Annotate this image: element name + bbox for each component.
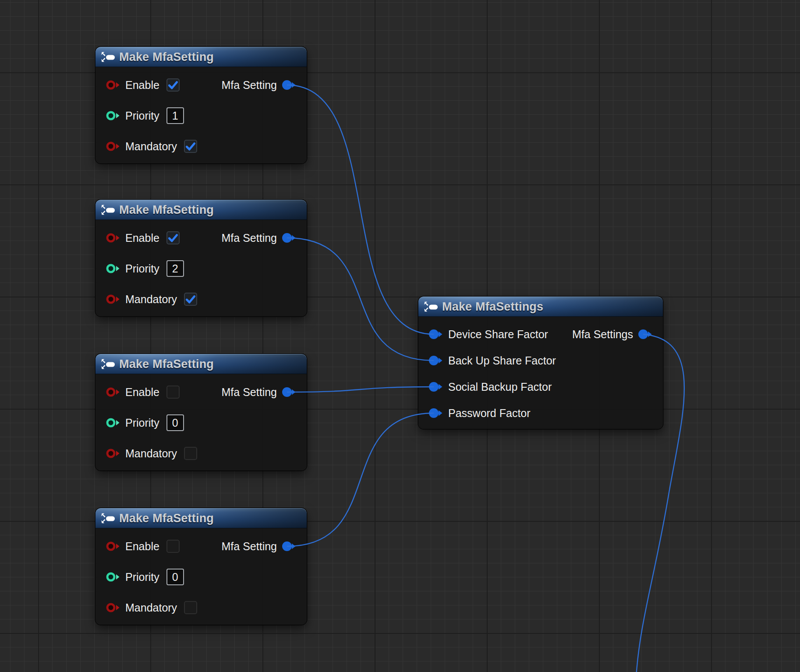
make-mfasettings-node[interactable]: Make MfaSettings Device Share Factor Mfa…	[418, 297, 663, 429]
wire-node4-to-password-factor[interactable]	[287, 413, 434, 546]
pin-label: Password Factor	[448, 407, 531, 420]
node-title: Make MfaSetting	[119, 50, 214, 64]
pin-row: Mandatory	[96, 284, 307, 315]
priority-number-field[interactable]: 0	[166, 414, 184, 431]
make-struct-icon	[101, 513, 116, 524]
node-header[interactable]: Make MfaSetting	[96, 200, 307, 220]
pin-row: Social Backup Factor	[418, 374, 663, 400]
enable-checkbox[interactable]	[166, 231, 180, 244]
pin-row: Enable Mfa Setting	[96, 70, 307, 100]
pin-label: Mfa Setting	[222, 540, 277, 553]
pin-label: Mfa Settings	[572, 328, 633, 341]
pin-row: Enable Mfa Setting	[96, 531, 307, 562]
make-struct-icon	[101, 51, 116, 63]
pin-label: Social Backup Factor	[448, 381, 552, 393]
make-mfasetting-node-2[interactable]: Make MfaSetting Enable Mfa Setting Prior…	[96, 200, 307, 316]
pin-label: Priority	[125, 262, 159, 275]
pin-label: Mfa Setting	[222, 232, 277, 244]
bool-pin-enable[interactable]	[106, 387, 120, 397]
enable-checkbox[interactable]	[166, 540, 180, 553]
pin-row: Priority 2	[96, 253, 307, 284]
bool-pin-mandatory[interactable]	[106, 448, 120, 459]
pin-row: Back Up Share Factor	[418, 347, 663, 374]
mandatory-checkbox[interactable]	[184, 140, 197, 153]
int-pin-priority[interactable]	[106, 572, 120, 582]
node-title: Make MfaSettings	[442, 300, 543, 314]
pin-label: Mandatory	[125, 140, 177, 153]
wire-node2-to-back-up-share-factor[interactable]	[287, 238, 434, 361]
priority-number-field[interactable]: 2	[166, 260, 184, 277]
pin-row: Priority 1	[96, 100, 307, 131]
pin-label: Enable	[125, 386, 159, 399]
node-title: Make MfaSetting	[119, 357, 214, 371]
bool-pin-mandatory[interactable]	[106, 602, 120, 613]
pin-label: Mandatory	[125, 601, 177, 614]
pin-row: Enable Mfa Setting	[96, 377, 307, 407]
pin-label: Enable	[125, 232, 159, 244]
make-struct-icon	[101, 204, 116, 216]
enable-checkbox[interactable]	[166, 386, 180, 399]
pin-label: Mfa Setting	[222, 79, 277, 92]
node-title: Make MfaSetting	[119, 203, 214, 217]
blueprint-canvas[interactable]: Make MfaSetting Enable Mfa Setting Prior…	[0, 0, 800, 672]
bool-pin-enable[interactable]	[106, 541, 120, 552]
pin-label: Mfa Setting	[222, 386, 277, 399]
pin-row: Mandatory	[96, 131, 307, 162]
pin-label: Enable	[125, 540, 159, 553]
enable-checkbox[interactable]	[166, 78, 180, 92]
pin-label: Mandatory	[125, 293, 177, 306]
pin-label: Priority	[125, 571, 159, 584]
bool-pin-mandatory[interactable]	[106, 294, 120, 304]
node-title: Make MfaSetting	[119, 512, 214, 525]
int-pin-priority[interactable]	[106, 263, 120, 274]
bool-pin-enable[interactable]	[106, 80, 120, 90]
make-struct-icon	[424, 301, 439, 312]
bool-pin-mandatory[interactable]	[106, 141, 120, 152]
node-header[interactable]: Make MfaSetting	[96, 508, 307, 528]
node-header[interactable]: Make MfaSettings	[418, 297, 663, 317]
pin-label: Mandatory	[125, 447, 177, 460]
pin-row: Mandatory	[96, 592, 307, 623]
pin-row: Device Share Factor Mfa Settings	[418, 321, 663, 347]
int-pin-priority[interactable]	[106, 417, 120, 428]
mandatory-checkbox[interactable]	[184, 601, 197, 614]
make-struct-icon	[101, 358, 116, 370]
node-header[interactable]: Make MfaSetting	[96, 47, 307, 67]
mandatory-checkbox[interactable]	[184, 447, 197, 460]
priority-number-field[interactable]: 1	[166, 107, 184, 124]
pin-row: Enable Mfa Setting	[96, 223, 307, 253]
make-mfasetting-node-4[interactable]: Make MfaSetting Enable Mfa Setting Prior…	[96, 508, 307, 625]
priority-number-field[interactable]: 0	[166, 569, 184, 585]
pin-label: Device Share Factor	[448, 328, 548, 341]
pin-label: Enable	[125, 79, 159, 92]
bool-pin-enable[interactable]	[106, 233, 120, 243]
pin-row: Priority 0	[96, 407, 307, 438]
make-mfasetting-node-3[interactable]: Make MfaSetting Enable Mfa Setting Prior…	[96, 354, 307, 470]
pin-label: Priority	[125, 110, 159, 122]
node-header[interactable]: Make MfaSetting	[96, 354, 307, 374]
wire-node3-to-social-backup-factor[interactable]	[287, 387, 434, 392]
pin-label: Back Up Share Factor	[448, 354, 556, 367]
make-mfasetting-node-1[interactable]: Make MfaSetting Enable Mfa Setting Prior…	[96, 47, 307, 163]
pin-row: Password Factor	[418, 400, 663, 426]
int-pin-priority[interactable]	[106, 110, 120, 121]
pin-row: Priority 0	[96, 562, 307, 592]
mandatory-checkbox[interactable]	[184, 293, 197, 306]
pin-row: Mandatory	[96, 438, 307, 469]
wire-node1-to-device-share-factor[interactable]	[287, 85, 434, 334]
pin-label: Priority	[125, 417, 159, 429]
